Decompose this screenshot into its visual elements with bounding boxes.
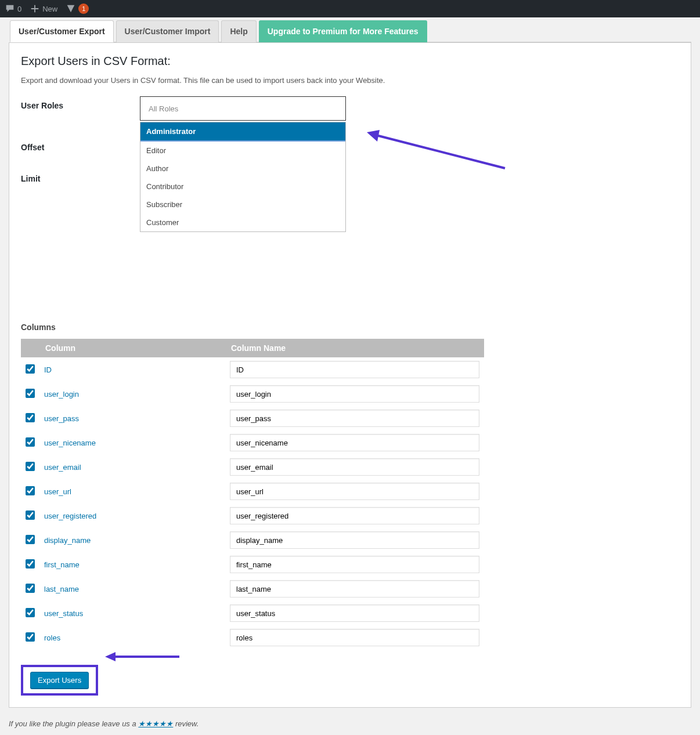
svg-marker-3 — [105, 652, 116, 661]
role-option[interactable]: Subscriber — [140, 195, 345, 213]
column-key: user_nicename — [39, 430, 225, 455]
column-name-input[interactable] — [230, 483, 479, 500]
role-option[interactable]: Author — [140, 160, 345, 178]
column-checkbox[interactable] — [26, 486, 35, 495]
column-checkbox[interactable] — [26, 413, 35, 422]
table-row: display_name — [21, 528, 484, 552]
column-key: display_name — [39, 528, 225, 552]
adminbar-new[interactable]: New — [30, 3, 57, 14]
columns-th-column: Column — [39, 339, 225, 357]
role-option[interactable]: Customer — [140, 213, 345, 231]
user-roles-select[interactable]: All Roles — [140, 96, 346, 121]
column-name-input[interactable] — [230, 604, 479, 622]
column-name-input[interactable] — [230, 410, 479, 427]
column-key: user_login — [39, 382, 225, 406]
notifications-badge: 1 — [78, 3, 89, 14]
column-name-input[interactable] — [230, 507, 479, 524]
column-checkbox[interactable] — [26, 510, 35, 520]
user-roles-dropdown: AdministratorEditorAuthorContributorSubs… — [140, 122, 346, 232]
role-option[interactable]: Contributor — [140, 178, 345, 195]
admin-bar: 0 New 1 — [0, 0, 700, 17]
column-checkbox[interactable] — [26, 559, 35, 569]
column-key: last_name — [39, 577, 225, 601]
column-checkbox[interactable] — [26, 389, 35, 398]
columns-th-check — [21, 339, 39, 357]
table-row: user_pass — [21, 406, 484, 430]
adminbar-notifications[interactable]: 1 — [66, 3, 89, 14]
column-name-input[interactable] — [230, 361, 479, 378]
table-row: user_url — [21, 479, 484, 504]
submit-highlight: Export Users — [21, 665, 98, 696]
table-row: first_name — [21, 552, 484, 577]
column-name-input[interactable] — [230, 434, 479, 451]
offset-label: Offset — [21, 138, 140, 152]
column-checkbox[interactable] — [26, 437, 35, 447]
column-name-input[interactable] — [230, 580, 479, 598]
adminbar-new-label: New — [42, 5, 57, 13]
row-offset: Offset — [21, 138, 679, 152]
row-user-roles: User Roles All Roles AdministratorEditor… — [21, 96, 679, 121]
columns-th-name: Column Name — [225, 339, 484, 357]
column-checkbox[interactable] — [26, 584, 35, 593]
user-roles-label: User Roles — [21, 96, 140, 110]
table-row: user_status — [21, 601, 484, 625]
tab-import[interactable]: User/Customer Import — [116, 20, 219, 42]
column-name-input[interactable] — [230, 531, 479, 549]
columns-table: Column Column Name IDuser_loginuser_pass… — [21, 339, 484, 650]
column-checkbox[interactable] — [26, 462, 35, 471]
annotation-arrow-submit — [103, 650, 184, 665]
adminbar-comments[interactable]: 0 — [5, 3, 21, 14]
table-row: user_login — [21, 382, 484, 406]
export-panel: Export Users in CSV Format: Export and d… — [9, 42, 691, 708]
column-checkbox[interactable] — [26, 632, 35, 642]
tab-export[interactable]: User/Customer Export — [10, 20, 114, 42]
comment-icon — [5, 3, 15, 14]
column-name-input[interactable] — [230, 629, 479, 646]
page-description: Export and download your Users in CSV fo… — [21, 76, 679, 85]
table-row: user_email — [21, 455, 484, 479]
limit-label: Limit — [21, 169, 140, 183]
footer-stars-link[interactable]: ★★★★★ — [138, 719, 173, 728]
footer-suffix: review. — [173, 719, 199, 728]
table-row: ID — [21, 357, 484, 382]
export-users-button[interactable]: Export Users — [30, 672, 89, 689]
plus-icon — [30, 3, 40, 14]
column-checkbox[interactable] — [26, 608, 35, 617]
footer-prefix: If you like the plugin please leave us a — [9, 719, 138, 728]
row-limit: Limit — [21, 169, 679, 183]
table-row: last_name — [21, 577, 484, 601]
user-roles-placeholder: All Roles — [149, 104, 178, 113]
table-row: user_registered — [21, 504, 484, 528]
tab-premium[interactable]: Upgrade to Premium for More Features — [259, 20, 427, 42]
column-key: user_pass — [39, 406, 225, 430]
column-key: user_email — [39, 455, 225, 479]
column-name-input[interactable] — [230, 385, 479, 403]
adminbar-comments-count: 0 — [17, 5, 21, 13]
column-key: user_url — [39, 479, 225, 504]
column-name-input[interactable] — [230, 556, 479, 573]
column-checkbox[interactable] — [26, 364, 35, 374]
column-key: first_name — [39, 552, 225, 577]
table-row: user_nicename — [21, 430, 484, 455]
role-option[interactable]: Administrator — [140, 122, 345, 142]
column-key: ID — [39, 357, 225, 382]
tab-help[interactable]: Help — [221, 20, 256, 42]
column-key: user_status — [39, 601, 225, 625]
column-checkbox[interactable] — [26, 535, 35, 544]
column-name-input[interactable] — [230, 458, 479, 476]
yoast-icon — [66, 3, 76, 14]
footer-review-line: If you like the plugin please leave us a… — [9, 719, 691, 735]
page-title: Export Users in CSV Format: — [21, 55, 679, 68]
column-key: roles — [39, 625, 225, 650]
role-option[interactable]: Editor — [140, 142, 345, 160]
tab-bar: User/Customer ExportUser/Customer Import… — [10, 20, 691, 42]
columns-heading: Columns — [21, 323, 679, 332]
column-key: user_registered — [39, 504, 225, 528]
table-row: roles — [21, 625, 484, 650]
